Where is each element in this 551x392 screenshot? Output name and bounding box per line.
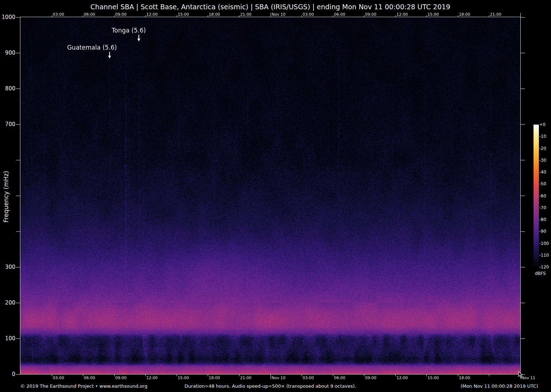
x-tick-top (395, 15, 396, 17)
y-tick-left (16, 303, 20, 303)
x-tick-label-top: 03:00 (303, 12, 314, 17)
x-tick-label-top: 09:00 (365, 12, 376, 17)
x-tick-top (177, 15, 177, 17)
y-tick-label: 200 (0, 300, 15, 306)
spectrogram-canvas (20, 17, 520, 374)
x-tick-label-top: 21:00 (490, 12, 501, 17)
y-tick-right (521, 196, 525, 196)
x-tick-bottom (145, 375, 146, 376)
down-arrow-icon (107, 52, 112, 59)
colorbar-tick-label: -110 (539, 253, 549, 258)
colorbar-tick-label: -90 (539, 229, 546, 234)
y-tick-left (16, 124, 20, 125)
x-tick-label-top: 15:00 (428, 12, 439, 17)
x-tick-label-bottom: 15:00 (428, 376, 439, 380)
colorbar-gradient (534, 125, 539, 267)
y-tick-left (16, 17, 20, 17)
y-tick-right (521, 53, 525, 53)
x-tick-bottom (114, 375, 115, 376)
colorbar-tick-label: -30 (539, 158, 546, 163)
x-tick-label-top: 21:00 (240, 12, 252, 17)
y-tick-label: 0 (0, 371, 15, 377)
footer-duration: Duration=48 hours. Audio speed-up=500× (… (20, 383, 520, 389)
x-tick-label-top: 12:00 (146, 12, 158, 17)
x-tick-top (145, 15, 146, 17)
annotation-guatemala-label: Guatemala (5.6) (39, 44, 146, 51)
colorbar-tick-label: -20 (539, 146, 546, 151)
y-tick-right (521, 231, 525, 232)
x-tick-label-bottom: 03:00 (53, 376, 64, 380)
spectrogram-app: Channel SBA | Scott Base, Antarctica (se… (0, 0, 551, 392)
x-tick-bottom (239, 375, 239, 376)
annotation-tonga-label: Tonga (5.6) (75, 27, 182, 34)
y-tick-right (521, 303, 525, 303)
y-axis-label: Frequency (mHz) (2, 157, 10, 236)
y-tick-left (16, 196, 20, 196)
y-tick-label: 100 (0, 336, 15, 341)
x-tick-label-top: 06:00 (84, 12, 95, 17)
colorbar-tick-label: -100 (539, 241, 549, 246)
x-tick-top (520, 13, 521, 17)
y-tick-label: 300 (0, 264, 15, 270)
colorbar-tick-label: -80 (539, 217, 546, 222)
colorbar-unit-label: dBFS (532, 271, 549, 276)
colorbar-tick-label: -50 (539, 181, 546, 186)
y-tick-left (16, 53, 20, 53)
y-tick-right (521, 267, 525, 267)
x-tick-label-top: 06:00 (334, 12, 345, 17)
x-tick-bottom (302, 375, 302, 376)
y-tick-label: 800 (0, 86, 15, 91)
x-tick-top (239, 15, 239, 17)
y-tick-left (16, 267, 20, 267)
y-tick-label: 700 (0, 121, 15, 127)
y-tick-right (521, 17, 525, 17)
colorbar-tick-label: -40 (539, 170, 546, 175)
x-tick-bottom (271, 375, 271, 379)
x-tick-top (114, 15, 115, 17)
x-tick-top (364, 15, 364, 17)
x-tick-bottom (177, 375, 177, 376)
x-tick-label-bottom: 12:00 (146, 376, 158, 380)
x-tick-label-bottom: 21:00 (240, 376, 252, 380)
page-title: Channel SBA | Scott Base, Antarctica (se… (20, 3, 520, 11)
x-tick-label-bottom: 03:00 (303, 376, 314, 380)
x-tick-label-top: 09:00 (115, 12, 127, 17)
x-tick-bottom (333, 375, 333, 376)
y-tick-left (16, 374, 20, 375)
x-tick-top (83, 15, 83, 17)
x-tick-label-bottom: 09:00 (115, 376, 127, 380)
x-tick-label-top: 15:00 (178, 12, 189, 17)
x-tick-label-bottom: 12:00 (396, 376, 408, 380)
x-tick-label-bottom: 06:00 (84, 376, 95, 380)
x-tick-top (52, 15, 52, 17)
x-tick-label-top: Nov 10 (272, 12, 285, 17)
y-tick-right (521, 124, 525, 125)
x-tick-top (458, 15, 458, 17)
x-tick-label-top: 18:00 (209, 12, 220, 17)
x-tick-bottom (364, 375, 364, 376)
x-tick-label-top: 03:00 (53, 12, 64, 17)
x-tick-label-bottom: 09:00 (365, 376, 376, 380)
x-tick-top (302, 15, 302, 17)
x-tick-top (489, 15, 489, 17)
footer-timestamp: (Mon Nov 11 00:00:28 2019 UTC) (461, 383, 538, 389)
colorbar-tick-label: -120 (539, 265, 549, 270)
x-tick-top (271, 13, 271, 17)
colorbar-tick-label: -60 (539, 194, 546, 198)
x-tick-bottom (458, 375, 458, 376)
y-tick-left (16, 338, 20, 339)
x-tick-label-bottom: 06:00 (334, 376, 345, 380)
y-tick-right (521, 338, 525, 339)
x-tick-label-bottom: 18:00 (209, 376, 220, 380)
x-tick-bottom (395, 375, 396, 376)
x-tick-bottom (83, 375, 83, 376)
x-tick-bottom (489, 375, 489, 376)
x-tick-top (208, 15, 208, 17)
x-tick-top (426, 15, 427, 17)
down-arrow-icon (137, 35, 141, 42)
x-tick-top (333, 15, 333, 17)
y-tick-label: 1000 (0, 14, 15, 20)
colorbar-tick-label: -10 (539, 134, 546, 139)
y-tick-left (16, 231, 20, 232)
y-tick-left (16, 160, 20, 160)
